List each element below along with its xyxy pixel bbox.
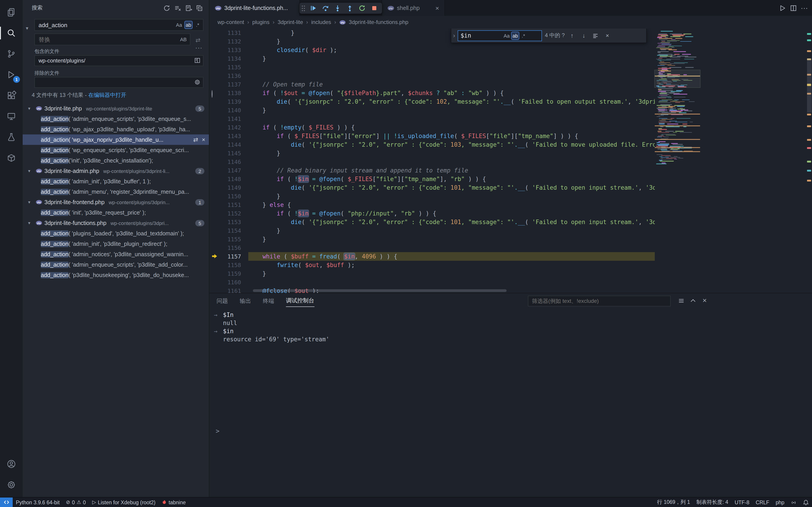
whole-word-icon[interactable]: ab — [511, 32, 519, 40]
console-menu-icon[interactable] — [676, 296, 686, 305]
result-match-row[interactable]: add_action( 'plugins_loaded', 'p3dlite_l… — [23, 228, 209, 238]
activity-testing[interactable] — [0, 127, 23, 148]
files-to-exclude-input[interactable] — [35, 77, 203, 88]
result-match-row[interactable]: add_action( 'admin_menu', 'register_3dpr… — [23, 186, 209, 197]
clear-search-results-icon[interactable] — [173, 3, 183, 13]
refresh-icon[interactable] — [162, 3, 172, 13]
restart-icon[interactable] — [356, 3, 368, 13]
code-line[interactable]: } — [248, 269, 655, 278]
close-icon[interactable]: × — [603, 31, 612, 40]
find-input[interactable] — [461, 32, 502, 39]
code-line[interactable]: } else { — [248, 201, 655, 209]
result-match-row[interactable]: add_action( 'p3dlite_housekeeping', 'p3d… — [23, 270, 209, 280]
code-line[interactable]: if ( !$in = @fopen( $_FILES["file"]["tmp… — [248, 175, 655, 183]
tab-output[interactable]: 输出 — [240, 295, 251, 307]
activity-run-debug[interactable]: 1 — [0, 64, 23, 85]
activity-explorer[interactable] — [0, 2, 23, 23]
tab-debug-console[interactable]: 调试控制台 — [286, 295, 314, 307]
result-match-row[interactable]: add_action( 'admin_enqueue_scripts', 'p3… — [23, 114, 209, 124]
code-line[interactable]: } — [248, 192, 655, 201]
notifications-bell-icon[interactable] — [800, 497, 812, 507]
match-case-icon[interactable]: Aa — [502, 32, 511, 40]
replace-all-icon[interactable]: ⇄ — [194, 35, 203, 44]
result-file-row[interactable]: ▾php3dprint-lite-admin.phpwp-content/plu… — [23, 166, 209, 176]
result-match-row[interactable]: add_action( 'admin_init', 'p3dlite_plugi… — [23, 238, 209, 249]
breadcrumb-item[interactable]: includes — [311, 19, 331, 25]
eol-selector[interactable]: CRLF — [753, 497, 773, 507]
result-match-row[interactable]: add_action( 'wp_enqueue_scripts', 'p3dli… — [23, 145, 209, 155]
toggle-search-details-icon[interactable]: ··· — [195, 44, 203, 51]
toggle-replace-icon[interactable]: › — [453, 32, 455, 39]
code-line[interactable]: } — [248, 235, 655, 243]
result-file-row[interactable]: ▾php3dprint-lite-functions.phpwp-content… — [23, 218, 209, 228]
code-line[interactable] — [248, 243, 655, 252]
code-line[interactable]: // Read binary input stream and append i… — [248, 166, 655, 175]
breakpoint-icon[interactable] — [212, 91, 212, 97]
find-in-selection-icon[interactable] — [591, 31, 600, 40]
continue-icon[interactable] — [307, 3, 319, 13]
horizontal-scrollbar[interactable] — [253, 289, 507, 292]
code-content[interactable]: } } closedir( $dir ); } // Open temp fil… — [248, 29, 655, 293]
code-line[interactable]: } — [248, 54, 655, 63]
encoding[interactable]: UTF-8 — [731, 497, 752, 507]
toggle-replace-button[interactable]: ▾ — [26, 25, 28, 31]
code-line[interactable]: } — [248, 149, 655, 158]
account-button[interactable] — [0, 454, 23, 474]
code-line[interactable] — [248, 158, 655, 166]
code-line[interactable]: fwrite( $out, $buff ); — [248, 261, 655, 269]
code-line[interactable]: } — [248, 226, 655, 235]
whole-word-icon[interactable]: ab — [185, 21, 193, 29]
editor-gutter[interactable]: 1131113211331134113511361137113811391140… — [209, 29, 248, 293]
close-tab-icon[interactable]: × — [436, 4, 439, 11]
code-line[interactable]: if ( !empty( $_FILES ) ) { — [248, 123, 655, 132]
debug-console-prompt[interactable]: > — [216, 427, 219, 435]
code-line[interactable]: if ( $_FILES["file"]["error"] || !is_upl… — [248, 132, 655, 140]
broadcast-icon[interactable] — [788, 497, 800, 507]
remote-indicator[interactable] — [0, 497, 13, 507]
code-line[interactable]: die( '{"jsonrpc" : "2.0", "error" : {"co… — [248, 97, 655, 106]
regex-icon[interactable]: .* — [194, 21, 202, 29]
tab-shell-php[interactable]: php shell.php × — [382, 0, 445, 16]
code-line[interactable]: die( '{"jsonrpc" : "2.0", "error" : {"co… — [248, 218, 655, 226]
language-mode[interactable]: php — [773, 497, 788, 507]
problems-status[interactable]: ⊘0 ⚠0 — [63, 497, 89, 507]
result-match-row[interactable]: add_action( 'wp_ajax_p3dlite_handle_uplo… — [23, 124, 209, 134]
breadcrumb-item[interactable]: 3dprint-lite — [277, 19, 303, 25]
regex-icon[interactable]: .* — [519, 32, 527, 40]
replace-match-icon[interactable]: ⇄ — [193, 136, 198, 143]
result-file-row[interactable]: ▾php3dprint-lite-frontend.phpwp-content/… — [23, 197, 209, 207]
preserve-case-icon[interactable]: AB — [179, 35, 188, 44]
step-into-icon[interactable] — [332, 3, 344, 13]
replace-input[interactable] — [35, 34, 190, 45]
code-line[interactable]: closedir( $dir ); — [248, 46, 655, 54]
code-line[interactable]: if ( !$in = @fopen( "php://input", "rb" … — [248, 209, 655, 218]
cursor-position[interactable]: 行 1069，列 1 — [654, 497, 693, 507]
code-line[interactable]: while ( $buff = fread( $in, 4096 ) ) { — [248, 252, 655, 261]
code-line[interactable]: // Open temp file — [248, 80, 655, 89]
code-line[interactable] — [248, 115, 655, 123]
activity-search[interactable] — [0, 23, 23, 44]
previous-match-icon[interactable]: ↑ — [567, 31, 576, 40]
stop-icon[interactable] — [368, 3, 380, 13]
settings-button[interactable] — [0, 474, 23, 495]
collapse-all-icon[interactable] — [194, 3, 204, 13]
open-in-editor-link[interactable]: 在编辑器中打开 — [88, 92, 126, 98]
code-line[interactable] — [248, 71, 655, 80]
result-match-row[interactable]: add_action('init', 'p3dlite_check_instal… — [23, 155, 209, 166]
drag-grip-icon[interactable] — [301, 5, 305, 11]
code-line[interactable] — [248, 278, 655, 287]
code-line[interactable]: die( '{"jsonrpc" : "2.0", "error" : {"co… — [248, 183, 655, 192]
new-search-editor-icon[interactable] — [184, 3, 194, 13]
tab-problems[interactable]: 问题 — [217, 295, 228, 307]
close-panel-icon[interactable]: × — [700, 296, 710, 305]
console-filter-input[interactable] — [528, 296, 671, 306]
next-match-icon[interactable]: ↓ — [579, 31, 589, 40]
activity-extensions[interactable] — [0, 85, 23, 106]
activity-source-control[interactable] — [0, 44, 23, 64]
result-file-row[interactable]: ▾php3dprint-lite.phpwp-content/plugins/3… — [23, 103, 209, 114]
vertical-scrollbar[interactable] — [807, 58, 812, 113]
activity-remote-explorer[interactable] — [0, 106, 23, 127]
python-interpreter[interactable]: Python 3.9.6 64-bit — [13, 497, 63, 507]
result-match-row[interactable]: add_action( 'wp_ajax_nopriv_p3dlite_hand… — [23, 134, 209, 145]
tab-terminal[interactable]: 终端 — [263, 295, 274, 307]
